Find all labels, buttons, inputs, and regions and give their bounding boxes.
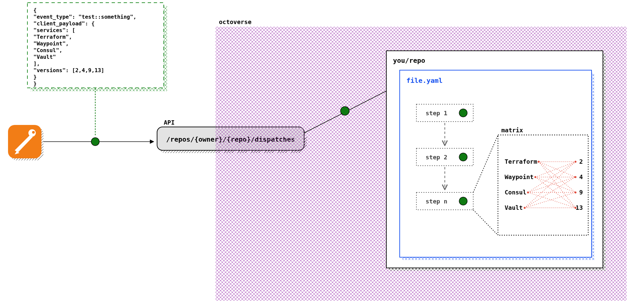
payload-line: "Terraform",: [33, 34, 72, 40]
step-status-dot: [459, 153, 467, 161]
matrix-box: [498, 135, 588, 235]
repo-label: you/repo: [393, 56, 425, 64]
matrix-service: Consul: [505, 189, 526, 196]
step-status-dot: [459, 109, 467, 117]
payload-line: }: [33, 74, 37, 80]
api-label: API: [164, 119, 175, 126]
payload-line: "Vault": [33, 54, 56, 60]
matrix-version: 4: [579, 173, 583, 180]
diagram-canvas: { "event_type": "test::something", "clie…: [0, 0, 644, 306]
matrix-service: Terraform: [505, 158, 537, 165]
matrix-version: 13: [575, 204, 583, 211]
edge-dot-payload: [91, 138, 99, 146]
payload-line: "Consul",: [33, 47, 62, 53]
step-status-dot: [459, 197, 467, 205]
matrix-label: matrix: [501, 127, 523, 134]
payload-line: "services": [: [33, 27, 75, 33]
step-n-box: step n: [416, 192, 473, 210]
edge-dot-octoverse: [341, 107, 349, 115]
step-label: step 2: [425, 154, 447, 161]
payload-line: ],: [33, 60, 40, 67]
file-label: file.yaml: [406, 76, 442, 85]
postman-icon: [8, 125, 43, 160]
payload-line: "versions": [2,4,9,13]: [33, 67, 104, 73]
matrix-version: 2: [579, 158, 583, 165]
step-label: step 1: [425, 110, 447, 117]
matrix-version: 9: [579, 189, 583, 196]
octoverse-label: octoverse: [219, 18, 252, 25]
payload-line: "event_type": "test::something",: [33, 14, 136, 20]
matrix-service: Vault: [505, 204, 523, 211]
payload-line: {: [33, 7, 37, 13]
payload-json-box: { "event_type": "test::something", "clie…: [27, 3, 167, 91]
step-label: step n: [425, 198, 447, 205]
repo-box: you/repo file.yaml step 1 step 2 step n …: [386, 51, 606, 271]
payload-line: "client_payload": {: [33, 20, 95, 27]
payload-line: }: [33, 81, 37, 87]
payload-line: "Waypoint",: [33, 40, 69, 47]
step-2-box: step 2: [416, 148, 473, 166]
matrix-service: Waypoint: [505, 173, 534, 180]
step-1-box: step 1: [416, 104, 473, 122]
svg-point-6: [32, 131, 35, 134]
